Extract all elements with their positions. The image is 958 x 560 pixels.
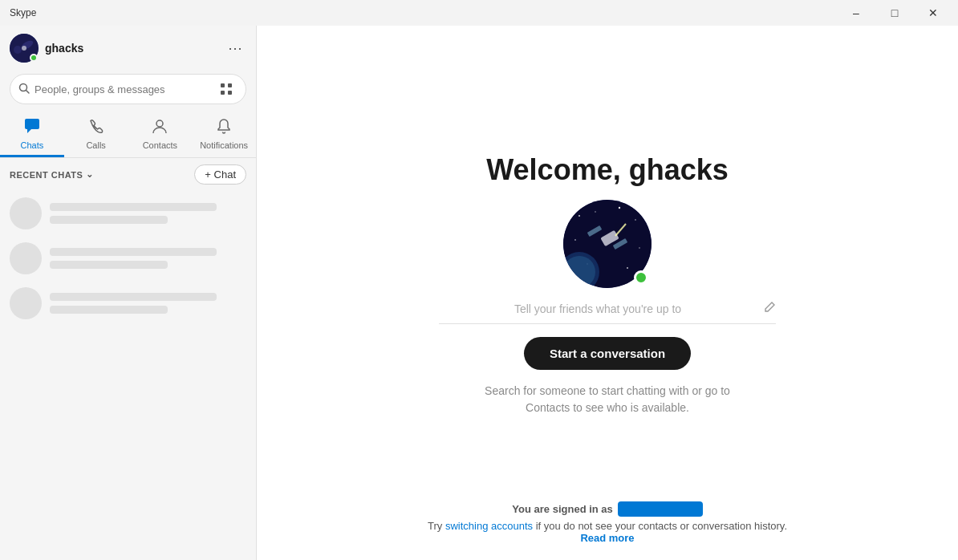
svg-rect-6 <box>221 83 225 87</box>
calls-label: Calls <box>86 140 105 150</box>
chat-list <box>0 188 256 560</box>
svg-rect-10 <box>25 119 39 129</box>
list-item[interactable] <box>0 281 256 326</box>
skeleton-avatar <box>10 242 42 274</box>
online-status-dot <box>30 54 38 62</box>
svg-point-17 <box>635 219 636 221</box>
close-button[interactable]: ✕ <box>915 0 952 26</box>
maximize-button[interactable]: □ <box>876 0 913 26</box>
skeleton-line <box>50 216 168 224</box>
search-icon <box>18 83 30 96</box>
new-chat-button[interactable]: + Chat <box>194 164 246 185</box>
list-item[interactable] <box>0 236 256 281</box>
signed-in-subtext: Try switching accounts if you do not see… <box>428 520 787 532</box>
svg-marker-11 <box>27 129 31 133</box>
tab-chats[interactable]: Chats <box>0 111 64 157</box>
account-badge <box>618 501 703 517</box>
skeleton-avatar <box>10 287 42 319</box>
main-content: Welcome, ghacks <box>257 26 958 560</box>
tab-calls[interactable]: Calls <box>64 111 128 157</box>
status-line: Tell your friends what you're up to <box>439 301 776 324</box>
chats-icon <box>23 117 41 139</box>
skeleton-lines <box>50 203 246 224</box>
grid-icon[interactable] <box>215 78 237 100</box>
svg-point-14 <box>578 215 580 217</box>
svg-rect-8 <box>221 91 225 95</box>
tab-contacts[interactable]: Contacts <box>128 111 193 157</box>
svg-point-15 <box>595 211 596 213</box>
avatar-container <box>10 34 39 63</box>
more-options-button[interactable]: ⋯ <box>224 37 246 59</box>
notifications-icon <box>215 117 233 139</box>
list-item[interactable] <box>0 191 256 236</box>
username: ghacks <box>45 42 217 55</box>
signed-in-row: You are signed in as <box>428 501 787 517</box>
titlebar: Skype – □ ✕ <box>0 0 958 26</box>
recent-chats-label[interactable]: RECENT CHATS ⌄ <box>10 169 94 180</box>
skeleton-line <box>50 248 217 256</box>
tab-notifications[interactable]: Notifications <box>192 111 256 157</box>
contacts-label: Contacts <box>143 140 177 150</box>
svg-point-19 <box>639 247 640 249</box>
nav-tabs: Chats Calls Contacts <box>0 111 256 158</box>
helper-text: Search for someone to start chatting wit… <box>485 383 730 416</box>
svg-point-23 <box>563 256 595 288</box>
search-input[interactable] <box>35 83 210 95</box>
profile-online-dot <box>634 270 648 285</box>
chats-label: Chats <box>21 140 44 150</box>
window-controls: – □ ✕ <box>838 0 952 26</box>
recent-chats-header: RECENT CHATS ⌄ + Chat <box>0 158 256 188</box>
minimize-button[interactable]: – <box>838 0 875 26</box>
svg-rect-9 <box>228 91 232 95</box>
skeleton-line <box>50 203 217 211</box>
main-layout: ghacks ⋯ <box>0 26 958 560</box>
svg-point-12 <box>156 120 163 127</box>
profile-avatar[interactable] <box>563 200 652 288</box>
svg-point-1 <box>14 46 22 54</box>
calls-icon <box>87 117 105 139</box>
skeleton-line <box>50 261 168 269</box>
contacts-icon <box>151 117 168 139</box>
user-header: ghacks ⋯ <box>0 26 256 71</box>
skeleton-lines <box>50 248 246 269</box>
signed-in-label: You are signed in as <box>512 503 612 515</box>
svg-point-16 <box>619 207 620 209</box>
search-bar <box>10 74 246 104</box>
status-text: Tell your friends what you're up to <box>439 302 757 315</box>
welcome-section: Welcome, ghacks <box>439 153 776 416</box>
signed-in-section: You are signed in as Try switching accou… <box>428 501 787 544</box>
skeleton-avatar <box>10 197 42 229</box>
edit-icon[interactable] <box>763 301 776 317</box>
welcome-title: Welcome, ghacks <box>486 153 728 187</box>
chevron-down-icon: ⌄ <box>86 169 94 180</box>
notifications-label: Notifications <box>200 140 248 150</box>
read-more-link[interactable]: Read more <box>580 532 634 544</box>
svg-point-18 <box>574 239 576 241</box>
skeleton-lines <box>50 293 246 314</box>
start-conversation-button[interactable]: Start a conversation <box>524 337 691 370</box>
app-title: Skype <box>10 7 36 18</box>
svg-point-3 <box>22 46 26 51</box>
svg-point-21 <box>627 267 628 269</box>
svg-rect-7 <box>228 83 232 87</box>
skeleton-line <box>50 293 217 301</box>
sidebar: ghacks ⋯ <box>0 26 257 560</box>
switch-accounts-link[interactable]: switching accounts <box>445 520 533 532</box>
svg-line-5 <box>26 90 30 93</box>
skeleton-line <box>50 306 168 314</box>
